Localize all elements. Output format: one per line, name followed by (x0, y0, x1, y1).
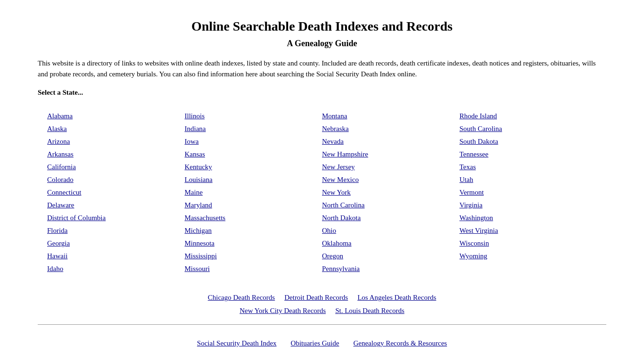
state-link-new-york[interactable]: New York (322, 187, 460, 198)
state-link-michigan[interactable]: Michigan (185, 225, 322, 236)
state-link-massachusetts[interactable]: Massachusetts (185, 213, 322, 223)
state-link-missouri[interactable]: Missouri (185, 263, 322, 274)
state-link-virginia[interactable]: Virginia (460, 200, 597, 211)
state-link-alaska[interactable]: Alaska (47, 123, 185, 134)
city-row-1: Chicago Death RecordsDetroit Death Recor… (38, 293, 606, 302)
city-link-new-york-city-death-records[interactable]: New York City Death Records (239, 307, 326, 314)
state-link-wyoming[interactable]: Wyoming (460, 251, 597, 262)
state-link-new-mexico[interactable]: New Mexico (322, 174, 460, 185)
states-grid: AlabamaAlaskaArizonaArkansasCaliforniaCo… (38, 106, 606, 279)
state-link-new-jersey[interactable]: New Jersey (322, 162, 460, 173)
state-link-vermont[interactable]: Vermont (460, 187, 597, 198)
city-link-detroit-death-records[interactable]: Detroit Death Records (284, 294, 348, 301)
state-col-4: Rhode IslandSouth CarolinaSouth DakotaTe… (460, 111, 597, 274)
state-link-hawaii[interactable]: Hawaii (47, 251, 185, 262)
city-link-los-angeles-death-records[interactable]: Los Angeles Death Records (357, 294, 436, 301)
state-link-delaware[interactable]: Delaware (47, 200, 185, 211)
state-link-florida[interactable]: Florida (47, 225, 185, 236)
state-link-west-virginia[interactable]: West Virginia (460, 225, 597, 236)
state-link-south-carolina[interactable]: South Carolina (460, 123, 597, 134)
page-title: Online Searchable Death Indexes and Reco… (38, 19, 606, 34)
state-link-indiana[interactable]: Indiana (185, 123, 322, 134)
state-link-nebraska[interactable]: Nebraska (322, 123, 460, 134)
state-link-alabama[interactable]: Alabama (47, 111, 185, 122)
state-col-1: AlabamaAlaskaArizonaArkansasCaliforniaCo… (47, 111, 185, 274)
state-link-connecticut[interactable]: Connecticut (47, 187, 185, 198)
state-link-wisconsin[interactable]: Wisconsin (460, 238, 597, 249)
bottom-links: Social Security Death IndexObituaries Gu… (38, 334, 606, 357)
city-link-chicago-death-records[interactable]: Chicago Death Records (208, 294, 275, 301)
state-link-minnesota[interactable]: Minnesota (185, 238, 322, 249)
state-link-montana[interactable]: Montana (322, 111, 460, 122)
state-link-kansas[interactable]: Kansas (185, 149, 322, 160)
city-row-2: New York City Death RecordsSt. Louis Dea… (38, 306, 606, 315)
state-link-mississippi[interactable]: Mississippi (185, 251, 322, 262)
select-label: Select a State... (38, 89, 606, 97)
state-link-new-hampshire[interactable]: New Hampshire (322, 149, 460, 160)
state-link-kentucky[interactable]: Kentucky (185, 162, 322, 173)
state-link-texas[interactable]: Texas (460, 162, 597, 173)
state-link-illinois[interactable]: Illinois (185, 111, 322, 122)
state-link-oklahoma[interactable]: Oklahoma (322, 238, 460, 249)
bottom-link-social-security-death-index[interactable]: Social Security Death Index (197, 339, 277, 347)
state-link-georgia[interactable]: Georgia (47, 238, 185, 249)
state-link-maryland[interactable]: Maryland (185, 200, 322, 211)
state-link-colorado[interactable]: Colorado (47, 174, 185, 185)
state-link-idaho[interactable]: Idaho (47, 263, 185, 274)
state-link-nevada[interactable]: Nevada (322, 136, 460, 147)
state-link-iowa[interactable]: Iowa (185, 136, 322, 147)
state-link-north-carolina[interactable]: North Carolina (322, 200, 460, 211)
page-subtitle: A Genealogy Guide (38, 39, 606, 49)
state-link-south-dakota[interactable]: South Dakota (460, 136, 597, 147)
state-link-washington[interactable]: Washington (460, 213, 597, 223)
state-link-louisiana[interactable]: Louisiana (185, 174, 322, 185)
state-link-tennessee[interactable]: Tennessee (460, 149, 597, 160)
state-link-arkansas[interactable]: Arkansas (47, 149, 185, 160)
state-col-3: MontanaNebraskaNevadaNew HampshireNew Je… (322, 111, 460, 274)
state-link-district-of-columbia[interactable]: District of Columbia (47, 213, 185, 223)
state-link-pennsylvania[interactable]: Pennsylvania (322, 263, 460, 274)
state-link-oregon[interactable]: Oregon (322, 251, 460, 262)
bottom-link-obituaries-guide[interactable]: Obituaries Guide (291, 339, 339, 347)
state-link-arizona[interactable]: Arizona (47, 136, 185, 147)
bottom-link-genealogy-records-&-resources[interactable]: Genealogy Records & Resources (353, 339, 447, 347)
state-link-north-dakota[interactable]: North Dakota (322, 213, 460, 223)
state-link-utah[interactable]: Utah (460, 174, 597, 185)
city-links: Chicago Death RecordsDetroit Death Recor… (38, 293, 606, 315)
state-link-california[interactable]: California (47, 162, 185, 173)
state-link-maine[interactable]: Maine (185, 187, 322, 198)
state-link-rhode-island[interactable]: Rhode Island (460, 111, 597, 122)
state-col-2: IllinoisIndianaIowaKansasKentuckyLouisia… (185, 111, 322, 274)
divider (38, 324, 606, 325)
intro-text: This website is a directory of links to … (38, 58, 606, 79)
state-link-ohio[interactable]: Ohio (322, 225, 460, 236)
city-link-st.-louis-death-records[interactable]: St. Louis Death Records (335, 307, 405, 314)
